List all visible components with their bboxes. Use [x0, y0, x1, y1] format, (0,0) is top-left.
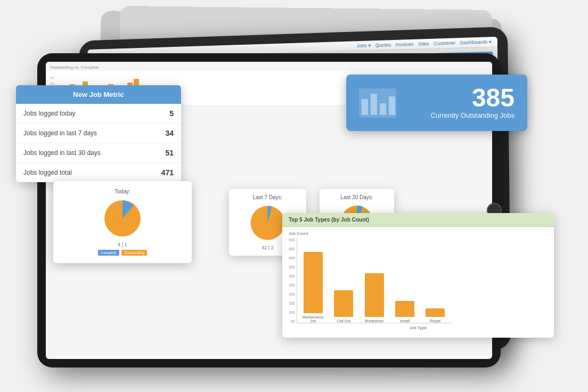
row-value: 471	[143, 163, 181, 183]
last30-label: Last 30 Days:	[327, 194, 387, 200]
x-axis-label: Job Type	[289, 325, 548, 330]
bar-breakdown-label: Breakdown	[365, 319, 383, 323]
outstanding-number: 385	[430, 85, 514, 111]
bar-breakdown-fill	[365, 273, 384, 317]
new-job-metric-table: Jobs logged today 5 Jobs logged in last …	[16, 104, 181, 182]
bar-maintenance-label: Maintenance Job	[303, 315, 324, 323]
outstanding-legend: Outstanding	[121, 250, 147, 256]
bar-repair-fill	[426, 308, 445, 317]
today-numbers: 4 | 1	[98, 242, 147, 247]
nav-invoices[interactable]: Invoices	[396, 42, 414, 47]
bar-maintenance: Maintenance Job	[303, 252, 324, 323]
bar-breakdown: Breakdown	[364, 273, 385, 323]
outstanding-label: Currently Outstanding Jobs	[430, 111, 514, 120]
svg-rect-3	[362, 99, 368, 115]
table-row: Jobs logged total 471	[16, 163, 181, 183]
nav-quotes[interactable]: Quotes	[375, 42, 391, 48]
bar-repair-label: Repair	[430, 319, 441, 323]
nav-dashboards[interactable]: Dashboards ▾	[460, 39, 492, 45]
nav-jobs[interactable]: Jobs ▾	[357, 43, 371, 48]
row-label: Jobs logged today	[16, 104, 143, 124]
today-legend: Complete Outstanding	[98, 250, 147, 256]
bar-repair: Repair	[425, 308, 446, 323]
nav-sites[interactable]: Sites	[418, 41, 429, 47]
bar-callout: Call Out	[333, 290, 354, 323]
bar-callout-fill	[334, 290, 353, 317]
nav-customer[interactable]: Customer	[434, 40, 455, 46]
row-value: 34	[143, 124, 181, 143]
bar-callout-label: Call Out	[337, 319, 350, 323]
y-axis-label: Job Count	[289, 231, 548, 236]
new-job-metric-header: New Job Metric	[16, 85, 181, 104]
outstanding-big-card: 385 Currently Outstanding Jobs	[346, 75, 527, 131]
row-label: Jobs logged total	[16, 163, 143, 183]
table-row: Jobs logged in last 7 days 34	[16, 124, 181, 143]
bar-chart-body: Job Count 500 450 400 350 300 250 200 15…	[282, 227, 554, 330]
bar-install: Install	[394, 301, 415, 323]
svg-rect-6	[389, 96, 395, 115]
row-value: 51	[143, 143, 181, 163]
bar-chart-with-axis: 500 450 400 350 300 250 200 150 100 50 M…	[289, 238, 548, 323]
row-value: 5	[143, 104, 181, 124]
row-label: Jobs logged in last 7 days	[16, 124, 143, 143]
complete-legend: Complete	[98, 250, 119, 256]
outstanding-text-side: 385 Currently Outstanding Jobs	[430, 85, 514, 120]
outstanding-vs-complete-label: Outstanding vs. Complete	[46, 62, 492, 71]
outstanding-pie-card: Today: 4 | 1 Complete Outstanding	[53, 181, 192, 263]
bar-install-label: Install	[400, 319, 410, 323]
pie-charts-row: Today: 4 | 1 Complete Outstanding	[64, 189, 181, 256]
bar-install-fill	[395, 301, 414, 317]
last7-pie	[248, 203, 288, 243]
table-row: Jobs logged in last 30 days 51	[16, 143, 181, 163]
y-axis-ticks: 500 450 400 350 300 250 200 150 100 50	[289, 238, 295, 323]
table-row: Jobs logged today 5	[16, 104, 181, 124]
svg-rect-5	[380, 103, 386, 115]
today-label: Today:	[98, 189, 147, 194]
card-thumbnail	[359, 88, 396, 118]
bar-chart-header: Top 5 Job Types (by Job Count)	[282, 213, 554, 227]
svg-rect-4	[371, 94, 377, 115]
bar-maintenance-fill	[304, 252, 323, 313]
thumbnail-chart	[359, 88, 396, 118]
today-pie-item: Today: 4 | 1 Complete Outstanding	[98, 189, 147, 256]
bar-chart-bars: Maintenance Job Call Out Breakdown Insta…	[297, 238, 451, 323]
new-job-metric-card: New Job Metric Jobs logged today 5 Jobs …	[16, 85, 181, 182]
bar-chart-card: Top 5 Job Types (by Job Count) Job Count…	[282, 213, 554, 338]
row-label: Jobs logged in last 30 days	[16, 143, 143, 163]
last7-label: Last 7 Days:	[236, 194, 299, 200]
today-pie	[101, 197, 144, 240]
